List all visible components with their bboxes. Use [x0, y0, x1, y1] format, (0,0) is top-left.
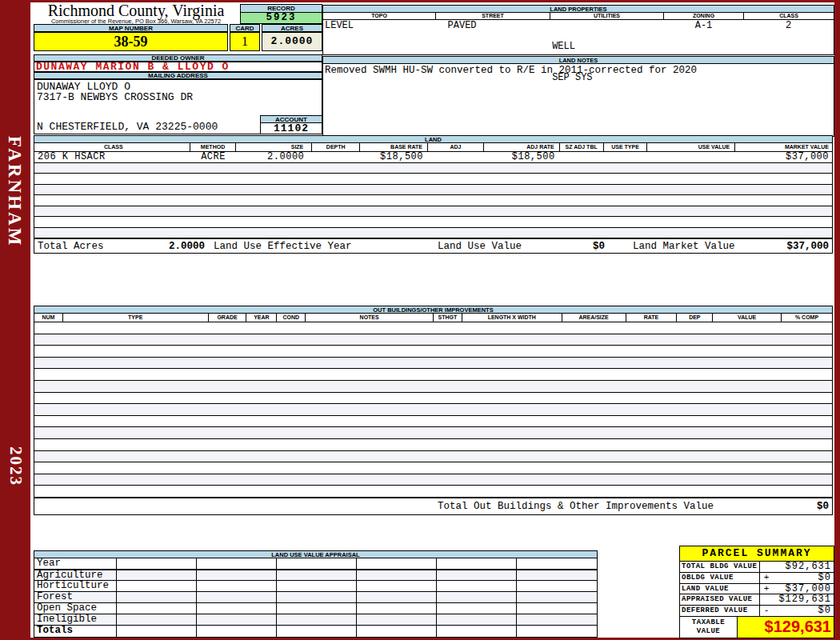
cell	[604, 228, 648, 238]
mailing-address-box: DUNAWAY LLOYD O7317-B NEWBYS CROSSING DR…	[34, 79, 322, 134]
cell	[434, 334, 462, 346]
parcel-summary-row-label: OBLDG VALUE	[680, 573, 760, 583]
cell	[735, 206, 832, 217]
appraisal-cell	[197, 570, 277, 580]
cell	[677, 322, 713, 334]
appraisal-cell	[437, 592, 517, 602]
cell	[34, 381, 63, 392]
cell	[34, 486, 63, 497]
parcel-summary-row: APPRAISED VALUE$129,631	[680, 594, 834, 606]
parcel-summary-row: TOTAL BLDG VALUE$92,631	[680, 562, 834, 573]
cell	[209, 427, 247, 438]
col-header-5: NOTES	[306, 314, 434, 322]
cell	[462, 334, 562, 346]
land-table-row	[34, 163, 832, 174]
cell	[462, 322, 562, 334]
cell	[209, 439, 247, 450]
out-buildings-row	[34, 462, 832, 474]
record-value: 5923	[240, 13, 322, 24]
land-properties-col-utilities: UTILITIES	[550, 13, 664, 20]
cell	[604, 152, 648, 162]
cell	[428, 163, 484, 174]
cell	[277, 416, 306, 427]
cell	[713, 393, 782, 404]
cell	[434, 451, 462, 462]
cell	[560, 185, 604, 195]
land-use-value-label: Land Use Value	[438, 239, 522, 254]
cell	[34, 163, 190, 174]
cell	[63, 439, 209, 450]
land-table-row	[34, 206, 832, 218]
cell	[34, 346, 63, 357]
cell	[246, 416, 277, 427]
col-header-8: AREA/SIZE	[562, 314, 626, 322]
cell	[647, 206, 735, 217]
cell	[190, 206, 237, 217]
appraisal-row-label: Totals	[34, 626, 117, 637]
record-card-page: Richmond County, Virginia Commissioner o…	[30, 2, 834, 638]
cell	[434, 486, 462, 497]
cell	[626, 462, 678, 474]
deeded-owner-value: DUNAWAY MARION B & LLOYD O	[34, 62, 322, 72]
cell	[434, 474, 462, 486]
zoning-value: A-1	[664, 20, 744, 54]
cell	[647, 217, 735, 227]
cell	[209, 322, 247, 334]
cell	[63, 416, 209, 427]
mailing-address-label: MAILING ADDRESS	[34, 72, 322, 79]
cell	[647, 152, 735, 162]
out-buildings-header-row: NUMTYPEGRADEYEARCONDNOTESSTHGTLENGTH X W…	[34, 314, 833, 322]
parcel-summary-row-value: $129,631	[773, 594, 834, 605]
cell	[209, 486, 247, 497]
land-properties-section: LAND PROPERTIES TOPOSTREETUTILITIESZONIN…	[322, 5, 834, 55]
appraisal-row-label: Open Space	[34, 603, 117, 614]
appraisal-row-forest: Forest	[34, 592, 597, 603]
cell	[626, 416, 678, 427]
cell	[677, 439, 713, 450]
appraisal-row-label: Ineligible	[34, 614, 117, 625]
land-table-row	[34, 174, 832, 185]
cell	[560, 174, 604, 184]
card-label: CARD	[230, 24, 260, 32]
cell	[34, 393, 63, 404]
cell	[604, 163, 648, 174]
cell	[484, 174, 560, 184]
parcel-summary-operator: +	[760, 573, 773, 583]
appraisal-row-label: Agriculture	[34, 570, 117, 580]
cell	[626, 346, 678, 357]
cell	[434, 404, 462, 415]
cell	[562, 346, 626, 357]
appraisal-cell	[437, 558, 517, 569]
col-header-1: TYPE	[63, 314, 209, 322]
appraisal-cell	[437, 603, 517, 614]
cell	[677, 451, 713, 462]
cell	[34, 217, 190, 227]
cell	[434, 439, 462, 450]
cell	[246, 393, 277, 404]
cell	[277, 451, 306, 462]
cell	[713, 451, 782, 462]
cell	[209, 334, 247, 346]
parcel-summary-operator	[760, 562, 773, 572]
cell	[306, 416, 434, 427]
cell	[360, 228, 428, 238]
appraisal-row-label: Year	[34, 558, 117, 569]
cell	[236, 195, 312, 206]
cell	[562, 334, 626, 346]
cell: 2.0000	[236, 152, 312, 162]
cell	[434, 346, 462, 357]
cell	[782, 346, 832, 357]
cell	[428, 228, 484, 238]
cell	[246, 427, 277, 438]
appraisal-cell	[117, 626, 197, 637]
cell	[306, 439, 434, 450]
cell	[236, 185, 312, 195]
cell	[246, 381, 277, 392]
cell	[246, 346, 277, 357]
land-table-header-row: CLASSMETHODSIZEDEPTHBASE RATEADJADJ RATE…	[34, 143, 833, 152]
col-header-3: DEPTH	[312, 143, 360, 151]
cell	[735, 228, 832, 238]
col-header-12: % COMP	[782, 314, 832, 322]
cell	[677, 346, 713, 357]
cell	[562, 393, 626, 404]
